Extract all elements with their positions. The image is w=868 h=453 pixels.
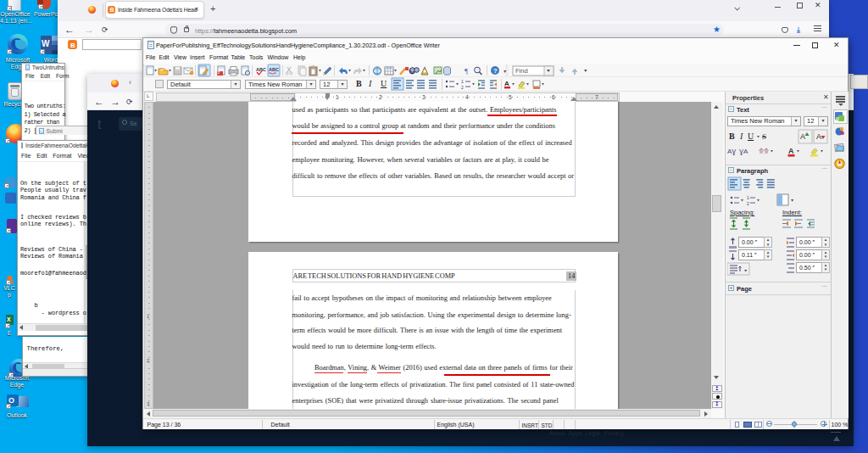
svg-text:2: 2 — [747, 201, 749, 206]
svg-text:1: 1 — [747, 195, 749, 200]
svg-text:AƔ: AƔ — [727, 148, 736, 155]
svg-text:P: P — [218, 71, 220, 76]
svg-text:S: S — [762, 132, 766, 141]
svg-text:?: ? — [493, 67, 498, 75]
svg-text:Find: Find — [515, 67, 528, 75]
svg-text:A: A — [800, 132, 805, 141]
svg-text:۩۩: ۩۩ — [759, 148, 769, 155]
svg-text:B: B — [729, 131, 735, 141]
svg-text:ABC: ABC — [269, 67, 279, 72]
svg-text:I: I — [739, 131, 743, 141]
svg-text:A: A — [504, 80, 509, 87]
svg-text:A: A — [788, 147, 794, 155]
svg-text:1: 1 — [461, 79, 464, 84]
svg-text:U: U — [748, 131, 754, 141]
svg-text:ƔA: ƔA — [739, 148, 748, 155]
svg-text:¶: ¶ — [465, 67, 468, 76]
svg-text:2: 2 — [461, 85, 464, 90]
svg-text:A: A — [816, 132, 821, 141]
